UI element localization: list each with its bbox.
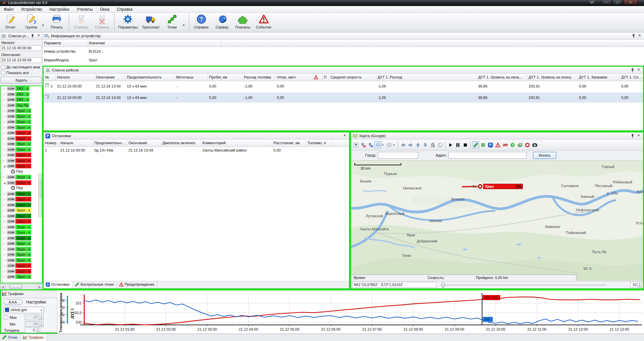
min-spinner[interactable]: -55▲▼ (25, 321, 44, 327)
device-row[interactable]: ▷GSMУрал - х (1, 175, 42, 180)
map-tool-marker-delete-icon[interactable] (359, 141, 367, 149)
chevron-down-icon[interactable]: ▼ (42, 14, 46, 31)
tree-expand-icon[interactable]: ▷ (3, 231, 7, 234)
menu-item-Устройство[interactable]: Устройство (17, 6, 46, 13)
device-row[interactable]: ▷GSMУрал - х (1, 125, 42, 131)
column-header[interactable]: Продолжительность (126, 74, 175, 81)
column-header[interactable]: Начало (56, 74, 95, 81)
maximize-button[interactable]: ▢ (612, 0, 623, 5)
device-row[interactable]: ▷GSMУрал - х (1, 136, 42, 142)
tree-expand-icon[interactable]: ▷ (3, 93, 7, 96)
checkbox-icon[interactable] (1, 71, 5, 75)
tree-expand-icon[interactable]: ▷ (3, 192, 7, 195)
column-header[interactable]: ДУТ 1. Уровень на нача... (477, 74, 527, 81)
tree-expand-icon[interactable]: ▷ (3, 248, 7, 251)
chevron-down-icon[interactable]: ▼ (393, 141, 396, 149)
toolbar-button-События[interactable]: События (253, 13, 274, 32)
device-row[interactable]: ▷GSMУрал - х (1, 269, 42, 275)
tree-expand-icon[interactable]: ▷ (3, 98, 7, 101)
column-header[interactable]: Номер (44, 139, 59, 147)
map-tool-pages-icon[interactable] (436, 141, 444, 149)
table-row[interactable]: Марка/МодельУрал (43, 56, 644, 64)
tree-expand-icon[interactable]: ▷ (3, 270, 7, 273)
tree-expand-icon[interactable]: ▷ (3, 120, 7, 123)
tree-expand-icon[interactable]: ▷ (3, 253, 7, 256)
max-checkbox[interactable] (4, 315, 8, 319)
device-row[interactable]: ▷GSMУрал - х (1, 208, 42, 214)
chevron-down-icon[interactable]: ▼ (382, 141, 385, 149)
pin-icon[interactable] (630, 133, 635, 138)
column-header[interactable]: Начало (59, 139, 93, 147)
tree-expand-icon[interactable]: ▷ (3, 87, 7, 90)
tree-expand-icon[interactable]: ▷ (3, 275, 7, 278)
search-button[interactable]: Искать (533, 152, 556, 159)
menu-item-Настройка[interactable]: Настройка (46, 6, 73, 13)
column-header[interactable]: ДУТ 1. Сливы (620, 74, 644, 81)
tree-expand-icon[interactable]: ▷ (3, 137, 7, 140)
device-row[interactable]: ▷GSMУрал - х (1, 252, 42, 258)
table-row[interactable]: 121.12.16 00:000д 13ч 43м21.12.16 13:43Х… (44, 147, 349, 154)
menu-item-Справка[interactable]: Справка (113, 6, 136, 13)
tree-expand-icon[interactable]: ▷ (3, 215, 7, 218)
tree-expand-icon[interactable]: ▷ (3, 104, 7, 107)
column-header[interactable]: Двигатель включен (161, 139, 201, 147)
tree-expand-icon[interactable]: ▷ (3, 204, 7, 207)
chevron-down-icon[interactable]: ▼ (40, 307, 43, 314)
map-tool-stop-icon[interactable] (461, 141, 469, 149)
device-row[interactable]: ▷GSMУрал - х (1, 263, 42, 269)
tree-expand-icon[interactable]: ▷ (3, 115, 7, 118)
toolbar-button-Точки[interactable]: Точки (162, 13, 183, 32)
zoom-slider[interactable] (441, 285, 606, 285)
column-header[interactable]: Окончание (95, 74, 126, 81)
toolbar-button-Печать[interactable]: Печать (46, 13, 67, 32)
column-header[interactable]: ДУТ 1. Расход (376, 74, 477, 81)
tree-collapse-icon[interactable]: ◢ (3, 165, 7, 168)
device-row[interactable]: ▷GSMУАЗ - х (1, 86, 42, 92)
toolbar-button-Параметры[interactable]: Параметры (116, 13, 140, 32)
tree-expand-icon[interactable]: ▷ (3, 143, 7, 146)
device-row[interactable]: ▷GSMУрал - х (1, 114, 42, 120)
start-datetime-field[interactable]: 21.12.16 00:00:00 (1, 45, 42, 51)
close-icon[interactable]: × (36, 33, 41, 38)
device-row[interactable]: ▷GSMУрал - х (1, 191, 42, 197)
tree-expand-icon[interactable]: ▷ (3, 264, 7, 267)
column-header[interactable]: Окончание (127, 139, 161, 147)
device-row[interactable]: ▷GSMУрал - х (1, 225, 42, 230)
end-datetime-field[interactable]: 22.12.16 23:59:59 (1, 57, 42, 63)
column-header[interactable]: П (323, 74, 329, 81)
chart-plot[interactable]: 21.12 01:0021.12 02:0021.12 03:0021.12 0… (57, 290, 644, 335)
tree-expand-icon[interactable]: ▷ (3, 148, 7, 151)
column-header[interactable]: Параметр (43, 40, 87, 47)
device-row[interactable]: ▷GSMУрал - х (1, 141, 42, 147)
map-tool-marker-select-icon[interactable] (352, 141, 359, 149)
spinner-arrows-icon[interactable]: ▲▼ (637, 282, 641, 287)
device-subitem[interactable]: Пер (1, 186, 42, 191)
menu-item-Файл[interactable]: Файл (0, 6, 17, 13)
map-tool-layers-green-icon[interactable] (516, 141, 524, 149)
column-header[interactable]: Топливо, л (306, 139, 332, 147)
device-row[interactable]: ▷GSMУрал - х (1, 247, 42, 252)
device-row[interactable]: ▷GSMУрал - х (1, 219, 42, 225)
device-list-vscrollbar[interactable] (38, 173, 42, 217)
toolbar-button-Плагины[interactable]: Плагины (233, 13, 253, 32)
map-tool-arrow-left-icon[interactable] (399, 141, 407, 149)
spinner-arrows-icon[interactable]: ▲▼ (39, 315, 43, 320)
column-header[interactable]: ДУТ 1. Уровень на конец (527, 74, 578, 81)
checkbox-icon[interactable] (1, 65, 5, 69)
device-list-hscrollbar[interactable]: ◄ ► (0, 284, 43, 289)
column-header[interactable]: Vmax, км/ч (276, 74, 312, 81)
bottom-tab-Точки[interactable]: Точки (0, 334, 21, 341)
tab-Контрольные точки[interactable]: Контрольные точки (73, 281, 117, 288)
table-row[interactable]: 121.12.16 00:0021.12.16 13:4313 ч 43 мин… (44, 81, 643, 91)
bottom-tab-Графики[interactable]: Графики (21, 334, 47, 341)
zoom-slider-thumb[interactable] (442, 282, 445, 288)
spinner-arrows-icon[interactable]: ▲▼ (36, 328, 40, 333)
tree-expand-icon[interactable]: ▷ (3, 226, 7, 229)
tree-expand-icon[interactable]: ▷ (3, 131, 7, 134)
toolbar-button-Справка[interactable]: ?Справка (191, 13, 212, 32)
device-row[interactable]: ▷GSMУрал - х (1, 119, 42, 125)
column-header[interactable]: Комментарий (201, 139, 272, 147)
column-header[interactable]: Значение (87, 40, 221, 47)
column-header[interactable]: Пробег, км (208, 74, 243, 81)
close-icon[interactable]: × (637, 33, 642, 38)
